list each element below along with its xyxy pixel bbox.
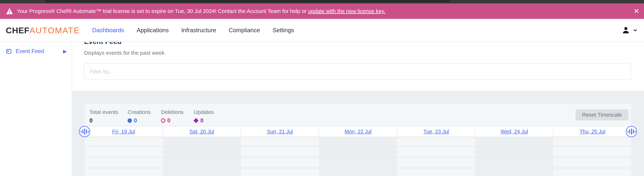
stat-updates: Updates 0: [194, 109, 214, 124]
day-cell: Mon, 22 Jul: [319, 126, 398, 137]
sidebar-expand-icon[interactable]: ▶: [63, 49, 67, 54]
day-link-mon-22-jul[interactable]: Mon, 22 Jul: [345, 129, 372, 135]
filter-input[interactable]: [84, 63, 631, 80]
reset-timescale-button[interactable]: Reset Timescale: [576, 109, 628, 120]
grid-row-divider: [85, 157, 631, 157]
stat-label: Total events: [90, 109, 118, 115]
day-cell: Fri, 19 Jul: [85, 126, 163, 137]
day-link-fri-19-jul[interactable]: Fri, 19 Jul: [112, 129, 135, 135]
nav-settings[interactable]: Settings: [272, 27, 294, 34]
user-menu[interactable]: [622, 26, 638, 34]
sidebar-item-event-feed[interactable]: Event Feed ▶: [0, 46, 72, 57]
nav-dashboards[interactable]: Dashboards: [92, 27, 124, 34]
browser-chrome: [0, 0, 644, 4]
close-icon: ✕: [634, 7, 639, 15]
stat-label: Updates: [194, 109, 214, 115]
nav-compliance[interactable]: Compliance: [229, 27, 260, 34]
waveform-icon: [81, 128, 89, 135]
stat-value: 0: [167, 117, 170, 124]
stat-value: 0: [200, 117, 204, 124]
app-header: CHEFAUTOMATE Dashboards Applications Inf…: [0, 19, 644, 42]
calendar-icon: [6, 48, 12, 54]
grid-row-divider: [85, 146, 631, 147]
user-icon: [622, 26, 630, 34]
day-link-wed-24-jul[interactable]: Wed, 24 Jul: [500, 129, 528, 135]
waveform-icon: [628, 128, 636, 135]
banner-close-button[interactable]: ✕: [634, 8, 639, 15]
day-cell: Wed, 24 Jul: [476, 126, 554, 137]
banner-license-link[interactable]: update with the new license key.: [308, 8, 386, 14]
main-pane: Event Feed Displays events for the past …: [72, 42, 644, 176]
grid-row-divider: [85, 168, 631, 168]
page-head: Event Feed: [84, 42, 644, 45]
chef-automate-logo[interactable]: CHEFAUTOMATE: [6, 25, 80, 35]
logo-automate: AUTOMATE: [30, 26, 80, 35]
day-link-sat-20-jul[interactable]: Sat, 20 Jul: [190, 129, 214, 135]
nav-infrastructure[interactable]: Infrastructure: [181, 27, 216, 34]
page-subtitle: Displays events for the past week.: [84, 50, 644, 56]
day-cell: Sun, 21 Jul: [241, 126, 319, 137]
page-title: Event Feed: [84, 42, 644, 45]
banner-message: Your Progress® Chef® Automate™ trial lic…: [17, 8, 306, 14]
day-link-tue-23-jul[interactable]: Tue, 23 Jul: [423, 129, 449, 135]
stat-label: Deletions: [161, 109, 184, 115]
license-banner: Your Progress® Chef® Automate™ trial lic…: [0, 4, 644, 19]
deletion-marker-icon: [161, 118, 165, 123]
event-stats: Total events 0 Creations 0 Deletions 0 U…: [85, 104, 631, 126]
day-cell: Tue, 23 Jul: [397, 126, 476, 137]
day-cell: Sat, 20 Jul: [163, 126, 241, 137]
event-timeline-card: Total events 0 Creations 0 Deletions 0 U…: [85, 104, 631, 176]
warning-icon: [6, 8, 13, 14]
stat-deletions: Deletions 0: [161, 109, 184, 124]
logo-chef: CHEF: [6, 26, 30, 35]
timeline-scroll-right-button[interactable]: [626, 126, 637, 137]
chevron-down-icon: [632, 27, 638, 33]
browser-tab: [45, 0, 450, 2]
sidebar-item-label: Event Feed: [16, 48, 44, 55]
timeline-day-header: Fri, 19 Jul Sat, 20 Jul Sun, 21 Jul Mon,…: [85, 126, 631, 137]
nav-applications[interactable]: Applications: [137, 27, 169, 34]
content-area: Event Feed ▶ Event Feed Displays events …: [0, 42, 644, 176]
stat-total-events: Total events 0: [90, 109, 118, 124]
day-link-sun-21-jul[interactable]: Sun, 21 Jul: [267, 129, 293, 135]
timeline-scroll-left-button[interactable]: [79, 126, 90, 137]
day-cell: Thu, 25 Jul: [554, 126, 631, 137]
event-feed-panel: Total events 0 Creations 0 Deletions 0 U…: [72, 91, 644, 176]
primary-nav: Dashboards Applications Infrastructure C…: [92, 27, 294, 34]
sidebar: Event Feed ▶: [0, 42, 72, 176]
stat-label: Creations: [128, 109, 150, 115]
update-marker-icon: [194, 118, 198, 123]
stat-value: 0: [90, 117, 92, 124]
day-link-thu-25-jul[interactable]: Thu, 25 Jul: [580, 129, 605, 135]
stat-value: 0: [134, 117, 137, 124]
stat-creations: Creations 0: [128, 109, 150, 124]
creation-marker-icon: [128, 118, 132, 123]
